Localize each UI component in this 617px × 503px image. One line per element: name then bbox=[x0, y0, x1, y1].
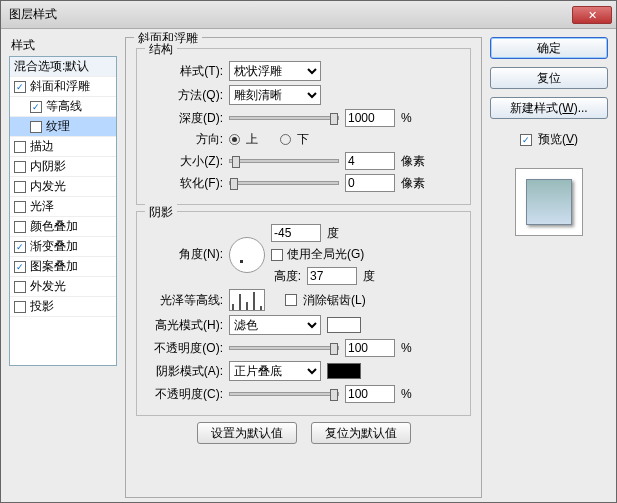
structure-group: 结构 样式(T): 枕状浮雕 方法(Q): 雕刻清晰 深度(D): % bbox=[136, 48, 471, 205]
style-checkbox[interactable]: ✓ bbox=[14, 241, 26, 253]
method-select[interactable]: 雕刻清晰 bbox=[229, 85, 321, 105]
style-select[interactable]: 枕状浮雕 bbox=[229, 61, 321, 81]
gloss-label: 光泽等高线: bbox=[147, 292, 223, 309]
preview-checkbox[interactable]: ✓ bbox=[520, 134, 532, 146]
size-label: 大小(Z): bbox=[147, 153, 223, 170]
angle-label: 角度(N): bbox=[147, 246, 223, 263]
style-checkbox[interactable] bbox=[30, 121, 42, 133]
global-light-label: 使用全局光(G) bbox=[287, 246, 364, 263]
style-checkbox[interactable] bbox=[14, 141, 26, 153]
preview-thumbnail bbox=[515, 168, 583, 236]
soften-label: 软化(F): bbox=[147, 175, 223, 192]
altitude-input[interactable] bbox=[307, 267, 357, 285]
style-item-label: 等高线 bbox=[46, 98, 82, 115]
shadow-mode-label: 阴影模式(A): bbox=[147, 363, 223, 380]
style-label: 样式(T): bbox=[147, 63, 223, 80]
style-checkbox[interactable] bbox=[14, 281, 26, 293]
shadow-opacity-label: 不透明度(C): bbox=[147, 386, 223, 403]
preview-label: 预览(V) bbox=[538, 131, 578, 148]
style-item-label: 光泽 bbox=[30, 198, 54, 215]
soften-input[interactable] bbox=[345, 174, 395, 192]
ok-button[interactable]: 确定 bbox=[490, 37, 608, 59]
antialias-label: 消除锯齿(L) bbox=[303, 292, 366, 309]
direction-label: 方向: bbox=[147, 131, 223, 148]
action-panel: 确定 复位 新建样式(W)... ✓ 预览(V) bbox=[490, 37, 608, 498]
highlight-opacity-input[interactable] bbox=[345, 339, 395, 357]
depth-unit: % bbox=[401, 111, 412, 125]
soften-unit: 像素 bbox=[401, 175, 425, 192]
style-item-label: 斜面和浮雕 bbox=[30, 78, 90, 95]
style-item-图案叠加[interactable]: ✓图案叠加 bbox=[10, 257, 116, 277]
style-checkbox[interactable] bbox=[14, 181, 26, 193]
default-buttons: 设置为默认值 复位为默认值 bbox=[136, 416, 471, 446]
highlight-opacity-label: 不透明度(O): bbox=[147, 340, 223, 357]
style-item-投影[interactable]: 投影 bbox=[10, 297, 116, 317]
size-input[interactable] bbox=[345, 152, 395, 170]
new-style-button[interactable]: 新建样式(W)... bbox=[490, 97, 608, 119]
reset-default-button[interactable]: 复位为默认值 bbox=[311, 422, 411, 444]
angle-unit: 度 bbox=[327, 225, 339, 242]
angle-input[interactable] bbox=[271, 224, 321, 242]
settings-panel: 斜面和浮雕 结构 样式(T): 枕状浮雕 方法(Q): 雕刻清晰 深度(D): bbox=[125, 37, 482, 498]
style-checkbox[interactable] bbox=[14, 301, 26, 313]
direction-down-label: 下 bbox=[297, 131, 309, 148]
close-button[interactable]: ✕ bbox=[572, 6, 612, 24]
bevel-group: 斜面和浮雕 结构 样式(T): 枕状浮雕 方法(Q): 雕刻清晰 深度(D): bbox=[125, 37, 482, 498]
direction-down-radio[interactable] bbox=[280, 134, 291, 145]
style-checkbox[interactable]: ✓ bbox=[14, 261, 26, 273]
style-panel: 样式 混合选项:默认 ✓斜面和浮雕✓等高线纹理描边内阴影内发光光泽颜色叠加✓渐变… bbox=[9, 37, 117, 498]
antialias-checkbox[interactable] bbox=[285, 294, 297, 306]
window-title: 图层样式 bbox=[5, 6, 572, 23]
style-item-外发光[interactable]: 外发光 bbox=[10, 277, 116, 297]
depth-input[interactable] bbox=[345, 109, 395, 127]
style-item-label: 内阴影 bbox=[30, 158, 66, 175]
depth-label: 深度(D): bbox=[147, 110, 223, 127]
style-item-label: 颜色叠加 bbox=[30, 218, 78, 235]
style-item-等高线[interactable]: ✓等高线 bbox=[10, 97, 116, 117]
style-item-渐变叠加[interactable]: ✓渐变叠加 bbox=[10, 237, 116, 257]
highlight-mode-select[interactable]: 滤色 bbox=[229, 315, 321, 335]
make-default-button[interactable]: 设置为默认值 bbox=[197, 422, 297, 444]
highlight-opacity-slider[interactable] bbox=[229, 346, 339, 350]
style-item-label: 内发光 bbox=[30, 178, 66, 195]
shading-group: 阴影 角度(N): 度 使用全局光(G) bbox=[136, 211, 471, 416]
gloss-contour-picker[interactable] bbox=[229, 289, 265, 311]
depth-slider[interactable] bbox=[229, 116, 339, 120]
global-light-checkbox[interactable] bbox=[271, 249, 283, 261]
style-item-斜面和浮雕[interactable]: ✓斜面和浮雕 bbox=[10, 77, 116, 97]
style-checkbox[interactable]: ✓ bbox=[14, 81, 26, 93]
size-slider[interactable] bbox=[229, 159, 339, 163]
altitude-label: 高度: bbox=[271, 268, 301, 285]
direction-up-radio[interactable] bbox=[229, 134, 240, 145]
style-checkbox[interactable] bbox=[14, 221, 26, 233]
shadow-mode-select[interactable]: 正片叠底 bbox=[229, 361, 321, 381]
style-item-纹理[interactable]: 纹理 bbox=[10, 117, 116, 137]
style-item-label: 外发光 bbox=[30, 278, 66, 295]
styles-label: 样式 bbox=[9, 37, 117, 54]
style-checkbox[interactable] bbox=[14, 201, 26, 213]
highlight-color-swatch[interactable] bbox=[327, 317, 361, 333]
shadow-opacity-input[interactable] bbox=[345, 385, 395, 403]
style-item-光泽[interactable]: 光泽 bbox=[10, 197, 116, 217]
soften-slider[interactable] bbox=[229, 181, 339, 185]
titlebar[interactable]: 图层样式 ✕ bbox=[1, 1, 616, 29]
style-checkbox[interactable]: ✓ bbox=[30, 101, 42, 113]
style-item-颜色叠加[interactable]: 颜色叠加 bbox=[10, 217, 116, 237]
style-item-描边[interactable]: 描边 bbox=[10, 137, 116, 157]
shadow-opacity-slider[interactable] bbox=[229, 392, 339, 396]
size-unit: 像素 bbox=[401, 153, 425, 170]
style-item-内阴影[interactable]: 内阴影 bbox=[10, 157, 116, 177]
shadow-color-swatch[interactable] bbox=[327, 363, 361, 379]
style-item-label: 投影 bbox=[30, 298, 54, 315]
cancel-button[interactable]: 复位 bbox=[490, 67, 608, 89]
shadow-opacity-unit: % bbox=[401, 387, 412, 401]
direction-up-label: 上 bbox=[246, 131, 258, 148]
style-item-label: 图案叠加 bbox=[30, 258, 78, 275]
style-checkbox[interactable] bbox=[14, 161, 26, 173]
style-item-内发光[interactable]: 内发光 bbox=[10, 177, 116, 197]
blending-options-row[interactable]: 混合选项:默认 bbox=[10, 57, 116, 77]
angle-dial[interactable] bbox=[229, 237, 265, 273]
style-item-label: 渐变叠加 bbox=[30, 238, 78, 255]
structure-legend: 结构 bbox=[145, 41, 177, 58]
dialog-body: 样式 混合选项:默认 ✓斜面和浮雕✓等高线纹理描边内阴影内发光光泽颜色叠加✓渐变… bbox=[1, 29, 616, 502]
